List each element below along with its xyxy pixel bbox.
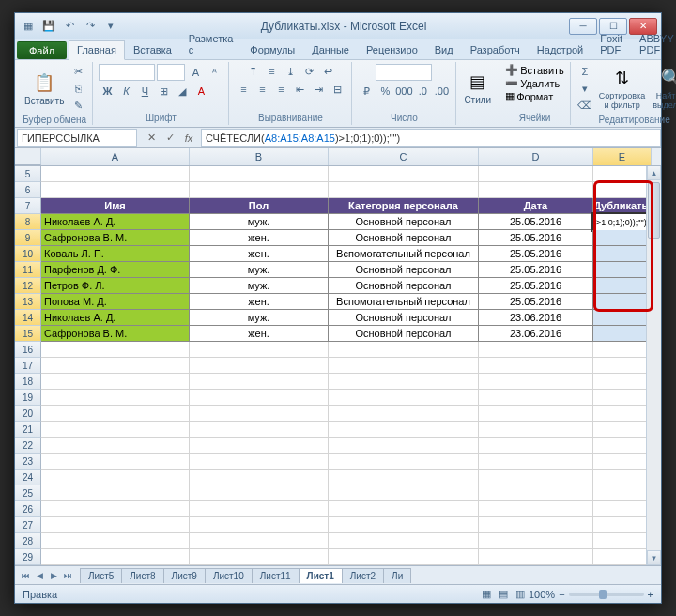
row-header[interactable]: 11 xyxy=(15,262,41,278)
cell[interactable]: Петров Ф. Л. xyxy=(41,278,190,294)
row-header[interactable]: 16 xyxy=(15,342,41,358)
cell[interactable] xyxy=(479,438,593,454)
cell[interactable]: Основной персонал xyxy=(329,278,479,294)
cell[interactable]: Попова М. Д. xyxy=(41,294,190,310)
clear-icon[interactable]: ⌫ xyxy=(576,98,593,113)
cell[interactable] xyxy=(593,549,652,565)
cell[interactable]: Дата xyxy=(479,198,593,214)
paste-button[interactable]: 📋 Вставить xyxy=(23,69,66,108)
col-header-D[interactable]: D xyxy=(479,148,593,165)
indent-inc-icon[interactable]: ⇥ xyxy=(310,82,327,97)
cell[interactable] xyxy=(190,406,329,422)
tab-last-icon[interactable]: ⏭ xyxy=(61,569,74,582)
cell[interactable]: Основной персонал xyxy=(329,310,479,326)
tab-next-icon[interactable]: ▶ xyxy=(47,569,60,582)
cell[interactable] xyxy=(329,422,479,438)
tab-review[interactable]: Рецензиро xyxy=(358,40,426,59)
delete-cells-button[interactable]: ➖ Удалить xyxy=(505,77,560,89)
redo-icon[interactable]: ↷ xyxy=(81,17,100,36)
cell[interactable] xyxy=(479,501,593,517)
tab-formulas[interactable]: Формулы xyxy=(241,40,303,59)
cell[interactable] xyxy=(593,358,652,374)
select-all-corner[interactable] xyxy=(15,148,41,165)
inc-decimal-icon[interactable]: .0 xyxy=(414,84,431,99)
cell[interactable]: 25.05.2016 xyxy=(479,294,593,310)
view-normal-icon[interactable]: ▦ xyxy=(478,587,495,602)
cell[interactable] xyxy=(190,501,329,517)
insert-cells-button[interactable]: ➕ Вставить xyxy=(505,64,564,76)
cell[interactable] xyxy=(329,485,479,501)
cell[interactable] xyxy=(479,406,593,422)
sheet-tab[interactable]: Лист5 xyxy=(80,568,122,583)
scroll-down-icon[interactable]: ▼ xyxy=(647,550,661,565)
cell[interactable] xyxy=(329,374,479,390)
col-header-A[interactable]: A xyxy=(41,148,190,165)
cut-icon[interactable]: ✂ xyxy=(69,64,86,79)
tab-foxit[interactable]: Foxit PDF xyxy=(592,29,631,59)
styles-button[interactable]: ▤ Стили xyxy=(462,69,493,107)
cell[interactable] xyxy=(329,501,479,517)
cell[interactable] xyxy=(593,294,652,310)
col-header-C[interactable]: C xyxy=(329,148,479,165)
cell[interactable]: Николаев А. Д. xyxy=(41,214,190,230)
cell[interactable]: 25.05.2016 xyxy=(479,214,593,230)
zoom-slider[interactable] xyxy=(569,593,644,596)
row-header[interactable]: 23 xyxy=(15,454,41,470)
cell[interactable] xyxy=(41,342,190,358)
row-header[interactable]: 15 xyxy=(15,326,41,342)
tab-addins[interactable]: Надстрой xyxy=(529,40,592,59)
row-header[interactable]: 12 xyxy=(15,278,41,294)
cell[interactable] xyxy=(593,438,652,454)
tab-insert[interactable]: Вставка xyxy=(125,40,180,59)
cell[interactable]: Вспомогательный персонал xyxy=(329,246,479,262)
tab-file[interactable]: Файл xyxy=(17,41,67,59)
cell[interactable] xyxy=(329,533,479,549)
cell[interactable] xyxy=(593,166,652,182)
tab-dev[interactable]: Разработч xyxy=(462,40,529,59)
align-left-icon[interactable]: ≡ xyxy=(235,82,252,97)
align-right-icon[interactable]: ≡ xyxy=(272,82,289,97)
row-header[interactable]: 25 xyxy=(15,485,41,501)
save-icon[interactable]: 💾 xyxy=(39,17,58,36)
zoom-out-icon[interactable]: − xyxy=(559,589,564,600)
cell[interactable]: Основной персонал xyxy=(329,214,479,230)
cell[interactable] xyxy=(593,278,652,294)
cell[interactable] xyxy=(41,358,190,374)
cell[interactable]: Имя xyxy=(41,198,190,214)
format-cells-button[interactable]: ▦ Формат xyxy=(505,90,553,102)
cell[interactable] xyxy=(41,517,190,533)
font-name[interactable] xyxy=(99,64,155,81)
cell[interactable]: Сафронова В. М. xyxy=(41,326,190,342)
cell[interactable] xyxy=(479,390,593,406)
cell[interactable] xyxy=(190,374,329,390)
row-header[interactable]: 17 xyxy=(15,358,41,374)
cell[interactable]: муж. xyxy=(190,310,329,326)
cell[interactable]: >1;0;1);0));"") xyxy=(593,214,652,230)
cell[interactable] xyxy=(41,485,190,501)
scroll-thumb[interactable] xyxy=(648,182,660,239)
tab-abbyy[interactable]: ABBYY PDF xyxy=(631,29,676,59)
cell[interactable]: жен. xyxy=(190,326,329,342)
percent-icon[interactable]: % xyxy=(376,84,393,99)
cell[interactable]: муж. xyxy=(190,278,329,294)
cell[interactable] xyxy=(593,470,652,485)
row-header[interactable]: 7 xyxy=(15,198,41,214)
grow-font-icon[interactable]: A xyxy=(187,65,204,80)
cell[interactable] xyxy=(190,454,329,470)
cell[interactable] xyxy=(593,342,652,358)
sheet-tab[interactable]: Лист10 xyxy=(205,568,253,583)
cell[interactable]: Сафронова В. М. xyxy=(41,230,190,246)
view-layout-icon[interactable]: ▤ xyxy=(495,587,512,602)
cell[interactable]: Категория персонала xyxy=(329,198,479,214)
cell[interactable] xyxy=(593,374,652,390)
row-header[interactable]: 26 xyxy=(15,501,41,517)
cell[interactable] xyxy=(41,374,190,390)
font-color-icon[interactable]: A xyxy=(192,84,209,99)
row-header[interactable]: 28 xyxy=(15,533,41,549)
cell[interactable] xyxy=(593,230,652,246)
cell[interactable] xyxy=(593,182,652,198)
cell[interactable] xyxy=(329,406,479,422)
cell[interactable] xyxy=(479,485,593,501)
cell[interactable] xyxy=(190,390,329,406)
cell[interactable] xyxy=(329,549,479,565)
